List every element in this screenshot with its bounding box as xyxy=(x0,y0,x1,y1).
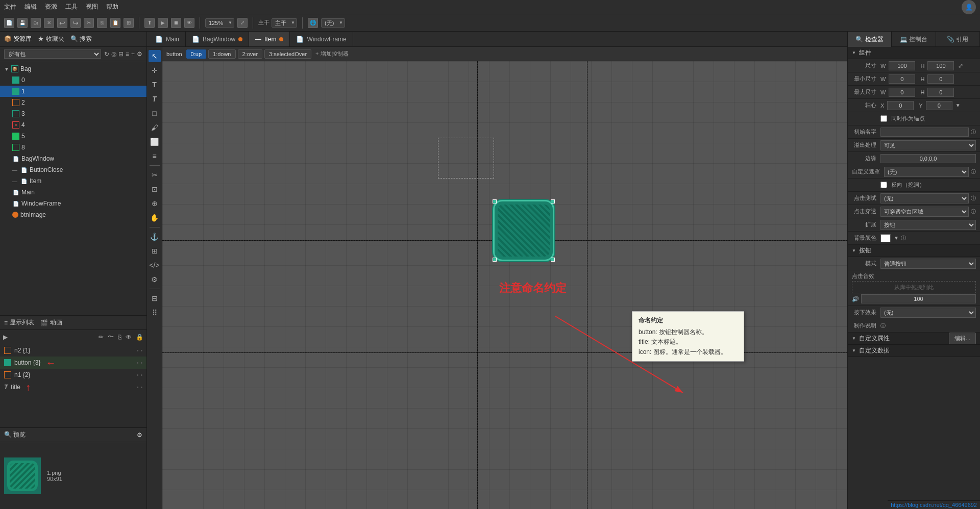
make-note-info[interactable]: ⓘ xyxy=(880,322,886,329)
select-tool[interactable]: ↖ xyxy=(149,50,161,62)
extra-tool[interactable]: ⊟ xyxy=(149,292,161,304)
click-sound-drop-zone[interactable]: 从库中拖拽到此 xyxy=(852,281,976,293)
menu-view[interactable]: 视图 xyxy=(86,3,98,11)
size-expand-icon[interactable]: ⤢ xyxy=(958,62,963,69)
layer-visible-icon[interactable]: 👁 xyxy=(125,333,133,342)
zoom-tool[interactable]: ⊕ xyxy=(149,197,161,210)
export-icon[interactable]: ⬆ xyxy=(144,18,155,28)
package-filter-select[interactable]: 所有包 xyxy=(4,49,101,59)
button-section-header[interactable]: ▼ 按钮 xyxy=(848,245,980,257)
tab-display-list[interactable]: ≡ 显示列表 xyxy=(4,318,34,327)
tree-item-5[interactable]: 5 xyxy=(0,131,146,142)
tab-animation[interactable]: 🎬 动画 xyxy=(40,318,62,327)
save-all-icon[interactable]: 🗂 xyxy=(31,18,41,28)
overflow-select[interactable]: 可见 隐藏 滚动 xyxy=(880,140,976,150)
copy-icon[interactable]: ⎘ xyxy=(97,18,107,28)
custom-data-section[interactable]: ▼ 自定义数据 xyxy=(848,345,980,357)
tree-item-8[interactable]: 8 xyxy=(0,142,146,153)
add-package-icon[interactable]: + xyxy=(131,50,135,58)
undo-icon[interactable]: ↩ xyxy=(57,18,67,28)
min-size-h-input[interactable] xyxy=(927,74,954,84)
volume-input[interactable] xyxy=(861,294,976,303)
custom-mask-select[interactable]: (无) xyxy=(884,167,969,177)
preview-icon[interactable]: 👁 xyxy=(184,18,194,28)
locate-icon[interactable]: ◎ xyxy=(111,50,116,58)
code-tool[interactable]: </> xyxy=(149,259,161,271)
menu-help[interactable]: 帮助 xyxy=(106,3,118,11)
lang-select[interactable]: (无) xyxy=(321,18,345,28)
text-tool[interactable]: T xyxy=(149,79,161,91)
click-through-info[interactable]: ⓘ xyxy=(971,208,976,215)
cut-icon[interactable]: ✂ xyxy=(84,18,94,28)
globe-icon[interactable]: 🌐 xyxy=(308,18,318,28)
canvas-area[interactable]: 注意命名约定 命名约定 button: xyxy=(162,61,847,509)
state-3-selectedover[interactable]: 3:selectedOver xyxy=(264,49,311,59)
click-through-select[interactable]: 可穿透空白区域 不可穿透 xyxy=(880,207,969,217)
reverse-dig-checkbox[interactable] xyxy=(880,182,887,188)
paint-tool[interactable]: 🖌 xyxy=(149,121,161,134)
initial-name-input[interactable] xyxy=(880,128,969,137)
press-effect-select[interactable]: (无) xyxy=(880,308,976,318)
state-0-up[interactable]: 0:up xyxy=(186,49,206,59)
layer-item-n1[interactable]: n1 {2} • • xyxy=(0,369,146,381)
tab-reference[interactable]: 📎 引用 xyxy=(936,32,980,47)
custom-attr-section[interactable]: ▼ 自定义属性 编辑... xyxy=(848,333,980,345)
initial-name-info[interactable]: ⓘ xyxy=(971,129,976,136)
bg-color-expand[interactable]: ▼ xyxy=(894,235,899,241)
cut-tool[interactable]: ✂ xyxy=(149,169,161,181)
tree-item-4[interactable]: ✕ 4 xyxy=(0,119,146,131)
mode-select[interactable]: 普通按钮 开关按钮 xyxy=(880,259,976,269)
bg-color-swatch[interactable] xyxy=(880,234,891,242)
options-icon[interactable]: ⚙ xyxy=(137,50,142,58)
build-icon[interactable]: ▶ xyxy=(158,18,168,28)
redo-icon[interactable]: ↪ xyxy=(70,18,81,28)
preview-settings-icon[interactable]: ⚙ xyxy=(137,431,142,439)
size-w-input[interactable] xyxy=(889,61,915,70)
click-test-info[interactable]: ⓘ xyxy=(971,195,976,202)
layer-lock-icon[interactable]: 🔒 xyxy=(135,333,144,342)
state-add-controller[interactable]: + 增加控制器 xyxy=(315,50,348,58)
tree-item-main[interactable]: 📄 Main xyxy=(0,187,146,198)
tab-inspector[interactable]: 🔍 检查器 xyxy=(848,32,892,47)
refresh-icon[interactable]: ↻ xyxy=(104,50,109,58)
tab-search[interactable]: 🔍 搜索 xyxy=(70,35,92,43)
pivot-expand[interactable]: ▼ xyxy=(955,103,961,108)
tree-item-2[interactable]: 2 xyxy=(0,97,146,108)
layer-item-title[interactable]: T title ↑ • • xyxy=(0,381,146,393)
tree-item-windowframe[interactable]: 📄 WindowFrame xyxy=(0,198,146,209)
layer-item-n2[interactable]: n2 {1} • • xyxy=(0,344,146,357)
tab-windowframe[interactable]: 📄 WindowFrame xyxy=(290,32,353,46)
canvas-item-widget[interactable] xyxy=(493,200,554,261)
tab-console[interactable]: 💻 控制台 xyxy=(892,32,936,47)
menu-resource[interactable]: 资源 xyxy=(45,3,57,11)
tree-item-btnimage[interactable]: btnImage xyxy=(0,209,146,220)
paste-icon[interactable]: 📋 xyxy=(110,18,120,28)
pivot-y-input[interactable] xyxy=(926,101,952,110)
canvas-item-button[interactable] xyxy=(493,200,554,261)
tree-item-3[interactable]: 3 xyxy=(0,108,146,119)
layer-copy-icon[interactable]: ⎘ xyxy=(117,333,122,342)
stop-icon[interactable]: ⏹ xyxy=(171,18,181,28)
close-icon[interactable]: ✕ xyxy=(44,18,54,28)
pivot-x-input[interactable] xyxy=(887,101,914,110)
tab-main[interactable]: 📄 Main xyxy=(149,32,186,46)
sort-icon[interactable]: ≡ xyxy=(126,50,129,58)
tab-item[interactable]: — Item xyxy=(249,32,290,46)
eraser-tool[interactable]: ⬜ xyxy=(149,136,161,148)
tree-item-item[interactable]: — 📄 Item xyxy=(0,175,146,187)
custom-mask-info[interactable]: ⓘ xyxy=(971,168,976,175)
tab-asset-library[interactable]: 📦 资源库 xyxy=(4,35,32,43)
component-section-header[interactable]: ▼ 组件 xyxy=(848,47,980,59)
user-avatar[interactable]: 👤 xyxy=(962,0,976,14)
tab-favorites[interactable]: ★ 收藏夹 xyxy=(38,35,64,43)
custom-attr-edit-btn[interactable]: 编辑... xyxy=(949,333,976,344)
fit-icon[interactable]: ⤢ xyxy=(237,18,248,28)
new-file-icon[interactable]: 📄 xyxy=(4,18,14,28)
text-tool-2[interactable]: T xyxy=(149,93,161,105)
tab-bagwindow[interactable]: 📄 BagWindow xyxy=(186,32,249,46)
menu-edit[interactable]: 编辑 xyxy=(24,3,37,11)
anchor-tool[interactable]: ⚓ xyxy=(149,231,161,243)
anchor-checkbox[interactable] xyxy=(880,115,887,122)
min-size-w-input[interactable] xyxy=(889,74,915,84)
tree-item-bagwindow[interactable]: 📄 BagWindow xyxy=(0,153,146,164)
